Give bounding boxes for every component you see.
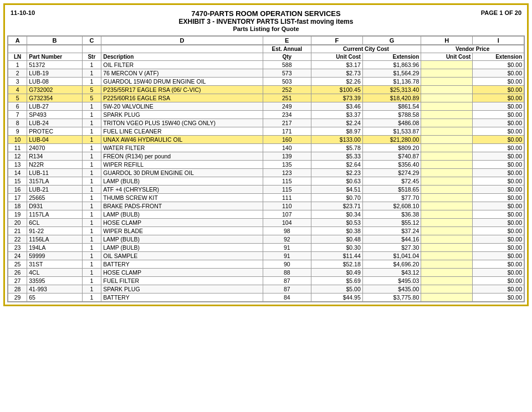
cell-7 bbox=[421, 161, 473, 169]
cell-7 bbox=[421, 219, 473, 227]
cell-1: LUB-27 bbox=[27, 102, 82, 111]
cell-4: 252 bbox=[263, 86, 311, 94]
cell-3: OIL SAMPLE bbox=[101, 252, 263, 260]
cell-7 bbox=[421, 69, 473, 78]
cell-7 bbox=[421, 186, 473, 194]
cell-6: $25,313.40 bbox=[362, 86, 421, 94]
cell-1: R134 bbox=[27, 152, 82, 161]
cell-6: $77.70 bbox=[362, 194, 421, 202]
vendor-price-label: Vendor Price bbox=[421, 45, 524, 53]
cell-8: $0.00 bbox=[473, 219, 524, 227]
cell-3: GUARDOL 15W40 DRUM ENGINE OIL bbox=[101, 78, 263, 86]
cell-5: $0.53 bbox=[311, 219, 362, 227]
cell-3: WATER FILTER bbox=[101, 144, 263, 152]
cell-4: 140 bbox=[263, 144, 311, 152]
cell-5: $0.49 bbox=[311, 269, 362, 277]
cell-2: 1 bbox=[82, 119, 101, 127]
table-row: 11240701WATER FILTER140$5.78$809.20$0.00 bbox=[8, 144, 524, 152]
cell-5: $0.34 bbox=[311, 210, 362, 219]
cell-2: 1 bbox=[82, 136, 101, 144]
table-row: 14LUB-111GUARDOL 30 DRUM ENGINE OIL123$2… bbox=[8, 169, 524, 177]
cell-3: BATTERY bbox=[101, 260, 263, 269]
table-row: 17256651THUMB SCREW KIT111$0.70$77.70$0.… bbox=[8, 194, 524, 202]
cell-3: WIPER REFILL bbox=[101, 161, 263, 169]
cell-5: $5.33 bbox=[311, 152, 362, 161]
table-row: 18D9311BRAKE PADS-FRONT110$23.71$2,608.1… bbox=[8, 202, 524, 210]
cell-3: OIL FILTER bbox=[101, 61, 263, 69]
cell-2: 1 bbox=[82, 61, 101, 69]
cell-8: $0.00 bbox=[473, 61, 524, 69]
cell-6: $1,041.04 bbox=[362, 252, 421, 260]
cell-2: 1 bbox=[82, 161, 101, 169]
cell-1: 31ST bbox=[27, 260, 82, 269]
cell-6: $356.40 bbox=[362, 161, 421, 169]
cell-5: $2.73 bbox=[311, 69, 362, 78]
cell-0: 1 bbox=[8, 61, 27, 69]
cell-5: $3.37 bbox=[311, 111, 362, 119]
table-row: 206CL1HOSE CLAMP104$0.53$55.12$0.00 bbox=[8, 219, 524, 227]
header-title1: 7470-PARTS ROOM OPERATION SERVICES bbox=[7, 9, 525, 18]
cell-6: $495.03 bbox=[362, 277, 421, 285]
cell-1: 51372 bbox=[27, 61, 82, 69]
cell-0: 10 bbox=[8, 136, 27, 144]
cell-4: 249 bbox=[263, 102, 311, 111]
cell-1: 65 bbox=[27, 293, 82, 302]
cell-2: 1 bbox=[82, 78, 101, 86]
cell-2: 5 bbox=[82, 94, 101, 102]
cell-4: 160 bbox=[263, 136, 311, 144]
cell-8: $0.00 bbox=[473, 186, 524, 194]
cell-4: 115 bbox=[263, 177, 311, 186]
cell-6: $861.54 bbox=[362, 102, 421, 111]
cell-6: $740.87 bbox=[362, 152, 421, 161]
cell-6: $1,863.96 bbox=[362, 61, 421, 69]
cell-8: $0.00 bbox=[473, 111, 524, 119]
table-row: 10LUB-041UNAX AW46 HYDRAULIC OIL160$133.… bbox=[8, 136, 524, 144]
cell-6: $2,608.10 bbox=[362, 202, 421, 210]
cell-0: 16 bbox=[8, 186, 27, 194]
cell-3: ATF +4 (CHRYSLER) bbox=[101, 186, 263, 194]
cell-1: 59999 bbox=[27, 252, 82, 260]
cell-8: $0.00 bbox=[473, 94, 524, 102]
cell-7 bbox=[421, 136, 473, 144]
cell-0: 11 bbox=[8, 144, 27, 152]
cell-5: $0.38 bbox=[311, 227, 362, 235]
col-b-letter: B bbox=[27, 36, 82, 45]
cell-7 bbox=[421, 177, 473, 186]
cell-4: 588 bbox=[263, 61, 311, 69]
cell-6: $21,280.00 bbox=[362, 136, 421, 144]
table-row: 4G7320025P235/55R17 EAGLE RSA (06/ C-VIC… bbox=[8, 86, 524, 94]
cell-8: $0.00 bbox=[473, 127, 524, 136]
cell-2: 1 bbox=[82, 260, 101, 269]
cell-0: 27 bbox=[8, 277, 27, 285]
cell-8: $0.00 bbox=[473, 102, 524, 111]
cell-0: 21 bbox=[8, 227, 27, 235]
vendor-ext-header: Extension bbox=[473, 53, 524, 61]
cell-6: $1,533.87 bbox=[362, 127, 421, 136]
cell-8: $0.00 bbox=[473, 78, 524, 86]
col-i-letter: I bbox=[473, 36, 524, 45]
cell-8: $0.00 bbox=[473, 152, 524, 161]
cell-0: 28 bbox=[8, 285, 27, 293]
cell-3: P235/55R17 EAGLE RSA (06/ C-VIC) bbox=[101, 86, 263, 94]
cell-7 bbox=[421, 102, 473, 111]
cell-5: $0.63 bbox=[311, 177, 362, 186]
cell-2: 1 bbox=[82, 202, 101, 210]
table-row: 1513721OIL FILTER588$3.17$1,863.96$0.00 bbox=[8, 61, 524, 69]
cell-4: 104 bbox=[263, 219, 311, 227]
cell-3: LAMP (BULB) bbox=[101, 244, 263, 252]
cell-7 bbox=[421, 194, 473, 202]
cell-2: 1 bbox=[82, 127, 101, 136]
cell-5: $0.70 bbox=[311, 194, 362, 202]
table-row: 27335951FUEL FILTER87$5.69$495.03$0.00 bbox=[8, 277, 524, 285]
cell-0: 6 bbox=[8, 102, 27, 111]
cell-2: 1 bbox=[82, 244, 101, 252]
cell-8: $0.00 bbox=[473, 277, 524, 285]
cell-1: G732002 bbox=[27, 86, 82, 94]
cell-7 bbox=[421, 127, 473, 136]
cell-7 bbox=[421, 202, 473, 210]
cell-7 bbox=[421, 227, 473, 235]
table-row: 264CL1HOSE CLAMP88$0.49$43.12$0.00 bbox=[8, 269, 524, 277]
cell-5: $2.23 bbox=[311, 169, 362, 177]
cell-0: 26 bbox=[8, 269, 27, 277]
cell-7 bbox=[421, 235, 473, 244]
